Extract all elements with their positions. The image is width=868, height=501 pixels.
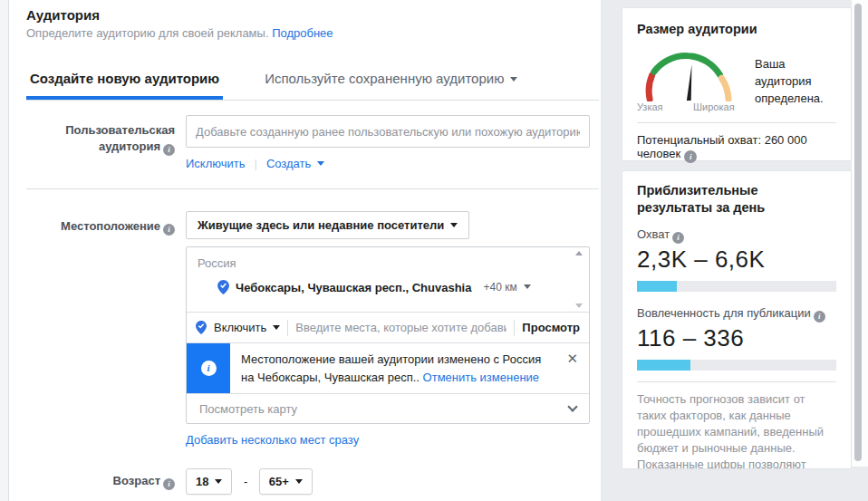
age-range-separator: - [244,475,247,488]
chevron-down-icon [317,161,324,166]
audience-size-title: Размер аудитории [637,21,836,38]
age-label: Возрастi [26,473,186,490]
info-icon[interactable]: i [684,150,697,163]
scroll-down-icon[interactable] [575,303,583,308]
daily-results-card: Приблизительные результаты за день Охват… [622,170,852,469]
close-icon[interactable]: ✕ [566,343,589,393]
location-widget: Россия Чебоксары, Чувашская респ., Chuva… [186,246,590,424]
include-dropdown[interactable]: Включить [214,321,280,334]
chevron-down-icon [524,284,531,289]
left-panel-edge [0,0,9,501]
scroll-up-icon[interactable] [575,251,583,255]
location-country[interactable]: Россия [198,256,565,270]
map-pin-icon [196,321,207,334]
custom-audience-controls: Исключить | Создать [186,115,590,170]
page-title: Аудитория [26,7,601,23]
separator: | [255,157,257,170]
add-places-input[interactable] [295,321,506,334]
audience-size-gauge: Узкая Широкая [637,45,744,112]
add-multiple-row: Добавить несколько мест сразу [186,433,590,447]
chevron-down-icon [215,479,222,484]
separator [514,320,515,336]
add-multiple-locations-link[interactable]: Добавить несколько мест сразу [186,433,359,447]
audience-size-card: Размер аудитории Узкая Широкая Ваша ауди… [622,7,852,161]
undo-change-link[interactable]: Отменить изменение [423,371,539,384]
location-label: Местоположениеi [26,211,186,447]
location-city-row[interactable]: Чебоксары, Чувашская респ., Chuvashia +4… [198,280,565,294]
page-subtitle-text: Определите аудиторию для своей рекламы. [26,26,269,40]
card-divider [637,381,836,382]
daily-results-title: Приблизительные результаты за день [637,182,836,217]
tab-create-new-audience[interactable]: Создайте новую аудиторию [26,71,223,100]
location-row: Местоположениеi Живущие здесь или недавн… [26,211,601,447]
location-type-dropdown[interactable]: Живущие здесь или недавние посетители [186,211,469,239]
learn-more-link[interactable]: Подробнее [272,26,333,40]
potential-reach: Потенциальный охват: 260 000 человекi [637,133,836,163]
info-icon[interactable]: i [163,224,175,236]
right-sidebar: Размер аудитории Узкая Широкая Ваша ауди… [601,0,868,501]
age-controls: 18 - 65+ [186,468,590,495]
age-min-dropdown[interactable]: 18 [186,468,232,495]
gauge-broad-label: Широкая [693,101,735,112]
audience-form-panel: Аудитория Определите аудиторию для своей… [10,0,601,501]
location-include-row: Включить Просмотр [187,313,589,343]
custom-audience-row: Пользовательская аудиторияi Исключить | … [26,115,601,170]
chevron-down-icon [295,479,303,484]
chevron-down-icon [450,223,458,227]
engagement-bar [637,360,836,371]
notice-accent-block: i [187,343,230,393]
location-change-notice: i Местоположение вашей аудитории изменен… [187,343,589,394]
audience-tabs: Создайте новую аудиторию Используйте сох… [26,71,599,101]
exclude-link[interactable]: Исключить [186,157,246,170]
section-divider [26,188,599,189]
page-subtitle: Определите аудиторию для своей рекламы. … [26,26,601,40]
list-scrollbar[interactable] [573,251,585,308]
gauge-needle [687,64,692,101]
info-icon[interactable]: i [163,478,175,490]
chevron-down-icon [510,77,517,82]
audience-status-text: Ваша аудитория определена. [755,45,836,112]
view-map-expander[interactable]: Посмотреть карту [187,394,589,423]
location-radius-dropdown[interactable]: +40 км [483,281,530,294]
tab-use-saved-audience[interactable]: Используйте сохраненную аудиторию [261,71,521,100]
forecast-disclaimer: Точность прогнозов зависит от таких факт… [637,391,836,469]
reach-bar-fill [637,281,677,292]
reach-label: Охватi [637,227,836,244]
chevron-down-icon [567,401,577,411]
info-icon: i [201,361,217,376]
browse-button[interactable]: Просмотр [522,321,580,334]
create-audience-link[interactable]: Создать [266,157,324,170]
sidebar-scroll-track[interactable] [852,0,868,467]
engagement-bar-fill [637,360,690,371]
location-controls: Живущие здесь или недавние посетители Ро… [186,211,590,447]
custom-audience-label: Пользовательская аудиторияi [26,115,186,170]
engagement-value: 116 – 336 [637,324,836,352]
custom-audience-input[interactable] [186,115,590,148]
engagement-label: Вовлеченность для публикацииi [637,306,836,323]
gauge-row: Узкая Широкая Ваша аудитория определена. [637,45,836,112]
notice-message: Местоположение вашей аудитории изменено … [230,343,549,393]
reach-value: 2,3K – 6,6K [637,246,836,274]
card-divider [637,122,836,123]
info-icon[interactable]: i [814,311,825,323]
location-list: Россия Чебоксары, Чувашская респ., Chuva… [187,247,589,313]
separator [287,320,288,336]
gauge-narrow-label: Узкая [637,101,663,112]
location-city: Чебоксары, Чувашская респ., Chuvashia [236,281,471,294]
age-row: Возрастi 18 - 65+ [26,468,601,495]
custom-audience-links: Исключить | Создать [186,157,590,170]
info-icon[interactable]: i [163,144,175,156]
age-max-dropdown[interactable]: 65+ [259,468,313,495]
sidebar-scrollbar[interactable] [854,4,862,461]
chevron-down-icon [273,325,280,330]
reach-bar [637,281,836,292]
gauge-arc [637,45,744,101]
map-pin-icon [217,280,229,294]
audience-settings-page: Аудитория Определите аудиторию для своей… [0,0,868,501]
info-icon[interactable]: i [672,232,684,244]
